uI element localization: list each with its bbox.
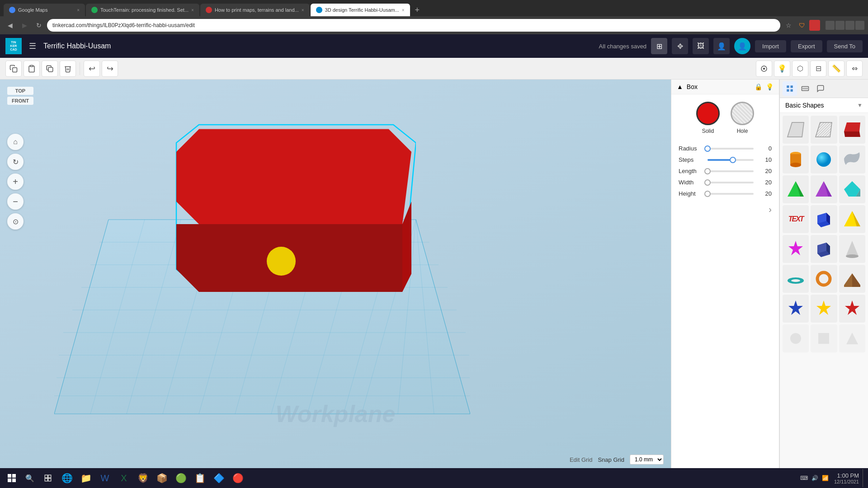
show-desktop-button[interactable] xyxy=(863,469,864,487)
tab-google-maps[interactable]: Google Maps × xyxy=(4,4,85,16)
redo-button[interactable]: ↪ xyxy=(102,61,118,77)
send-to-button[interactable]: Send To xyxy=(827,40,863,52)
lib-shape-prism-teal[interactable] xyxy=(839,175,865,203)
export-button[interactable]: Export xyxy=(791,40,822,52)
lib-shape-wedge-brown[interactable] xyxy=(839,265,865,293)
transform-icon[interactable]: ✥ xyxy=(672,38,688,54)
zoom-out-button[interactable]: − xyxy=(7,193,24,210)
copy-button[interactable] xyxy=(5,61,22,77)
start-button[interactable] xyxy=(4,470,20,486)
shape-tool[interactable]: ⬡ xyxy=(792,61,808,77)
lib-shape-extra-3[interactable] xyxy=(839,324,865,352)
taskbar-explorer[interactable]: 📁 xyxy=(77,469,95,487)
expand-more-button[interactable]: › xyxy=(671,201,779,218)
measure-tool[interactable]: 💡 xyxy=(774,61,790,77)
height-slider-container[interactable] xyxy=(708,193,754,195)
length-slider-container[interactable] xyxy=(708,170,754,172)
height-thumb[interactable] xyxy=(704,191,711,197)
tab-touchterrain[interactable]: TouchTerrain: processing finished. Set..… xyxy=(86,4,199,16)
lib-shape-box-striped[interactable] xyxy=(811,116,837,144)
taskbar-edge[interactable]: 🌐 xyxy=(58,469,76,487)
lib-shape-extra-1[interactable] xyxy=(783,324,809,352)
lib-shape-torus-orange[interactable] xyxy=(811,265,837,293)
address-bar[interactable]: tinkercad.com/things/lLB0PzXlqd6-terrifi… xyxy=(47,19,780,32)
lib-shape-star-pink[interactable] xyxy=(783,235,809,263)
lib-shape-star-blue[interactable] xyxy=(783,295,809,323)
lib-shape-box-grey[interactable] xyxy=(783,116,809,144)
taskbar-app-8[interactable]: 📋 xyxy=(191,469,209,487)
task-view-button[interactable] xyxy=(40,470,56,486)
taskbar-excel[interactable]: X xyxy=(115,469,133,487)
orbit-view-button[interactable]: ↻ xyxy=(7,154,24,170)
radius-thumb[interactable] xyxy=(704,145,711,152)
red-box-3d[interactable] xyxy=(108,116,416,378)
grid-view-icon[interactable]: ⊞ xyxy=(651,38,667,54)
lib-shape-extra-2[interactable] xyxy=(811,324,837,352)
taskbar-brave[interactable]: 🦁 xyxy=(134,469,152,487)
visibility-icon[interactable]: 💡 xyxy=(766,83,774,90)
align-tool[interactable]: ⊟ xyxy=(810,61,826,77)
lib-shape-sphere[interactable] xyxy=(811,145,837,174)
home-view-button[interactable]: ⌂ xyxy=(7,134,24,150)
zoom-in-button[interactable]: + xyxy=(7,174,24,190)
edit-grid-button[interactable]: Edit Grid xyxy=(570,456,593,463)
grid-icon[interactable] xyxy=(783,81,797,96)
duplicate-button[interactable] xyxy=(42,61,58,77)
lib-shape-torus-teal[interactable] xyxy=(783,265,809,293)
width-thumb[interactable] xyxy=(704,179,711,186)
steps-slider-container[interactable] xyxy=(708,159,754,161)
tab-print-maps[interactable]: How to print maps, terrains and land... … xyxy=(200,4,310,16)
lib-shape-star-yellow[interactable] xyxy=(811,295,837,323)
ruler-icon[interactable] xyxy=(798,81,812,96)
width-slider-container[interactable] xyxy=(708,182,754,183)
radius-slider-container[interactable] xyxy=(708,148,754,150)
lib-shape-pyramid-yellow[interactable] xyxy=(839,205,865,233)
steps-thumb[interactable] xyxy=(730,157,736,163)
undo-button[interactable]: ↩ xyxy=(84,61,100,77)
tab-tinkercad[interactable]: 3D design Terrific Habbi-Uusam... × xyxy=(311,4,410,16)
lib-shape-cylinder[interactable] xyxy=(783,145,809,174)
hamburger-icon[interactable]: ☰ xyxy=(26,41,39,51)
collapse-icon[interactable]: ▲ xyxy=(677,83,683,90)
account-icon[interactable]: 👤 xyxy=(734,38,750,54)
lib-shape-pyramid-green[interactable] xyxy=(783,175,809,203)
delete-button[interactable] xyxy=(60,61,76,77)
user-icon[interactable]: 👤 xyxy=(713,38,730,54)
selector-tool[interactable] xyxy=(756,61,772,77)
back-button[interactable]: ◀ xyxy=(4,19,16,32)
taskbar-app-10[interactable]: 🔴 xyxy=(229,469,247,487)
taskbar-app-6[interactable]: 📦 xyxy=(153,469,171,487)
lib-shape-cube-navy[interactable] xyxy=(811,235,837,263)
lib-shape-cube-blue[interactable] xyxy=(811,205,837,233)
lib-shape-star-red[interactable] xyxy=(839,295,865,323)
hole-type-button[interactable]: Hole xyxy=(731,102,754,134)
reload-button[interactable]: ↻ xyxy=(33,19,45,32)
library-dropdown-icon[interactable]: ▼ xyxy=(857,102,863,108)
search-button[interactable]: 🔍 xyxy=(22,470,38,486)
import-button[interactable]: Import xyxy=(755,40,786,52)
lib-shape-wave[interactable] xyxy=(839,145,865,174)
lib-shape-box-red[interactable] xyxy=(839,116,865,144)
lib-shape-pyramid-purple[interactable] xyxy=(811,175,837,203)
paste-button[interactable] xyxy=(24,61,40,77)
lib-shape-text[interactable]: TEXT xyxy=(783,205,809,233)
bookmark-button[interactable]: ☆ xyxy=(782,19,795,32)
taskbar-word[interactable]: W xyxy=(96,469,114,487)
fit-view-button[interactable]: ⊙ xyxy=(7,213,24,230)
gallery-icon[interactable]: 🖼 xyxy=(693,38,709,54)
taskbar-app-9[interactable]: 🔷 xyxy=(210,469,228,487)
top-view-label[interactable]: TOP xyxy=(7,87,33,95)
new-tab-button[interactable]: + xyxy=(411,4,424,16)
snap-grid-select[interactable]: 1.0 mm 0.5 mm 2.0 mm xyxy=(630,455,664,465)
comment-icon[interactable] xyxy=(813,81,828,96)
front-view-label[interactable]: FRONT xyxy=(7,97,33,105)
taskbar-app-7[interactable]: 🟢 xyxy=(172,469,190,487)
canvas-area[interactable]: TOP FRONT ⌂ ↻ + − ⊙ xyxy=(0,80,671,468)
lock-icon[interactable]: 🔒 xyxy=(755,83,762,90)
length-thumb[interactable] xyxy=(704,168,711,174)
forward-button[interactable]: ▶ xyxy=(18,19,31,32)
ruler-tool[interactable]: 📏 xyxy=(828,61,844,77)
solid-type-button[interactable]: Solid xyxy=(696,102,720,134)
lib-shape-cone-grey[interactable] xyxy=(839,235,865,263)
mirror-tool[interactable]: ⇔ xyxy=(846,61,863,77)
